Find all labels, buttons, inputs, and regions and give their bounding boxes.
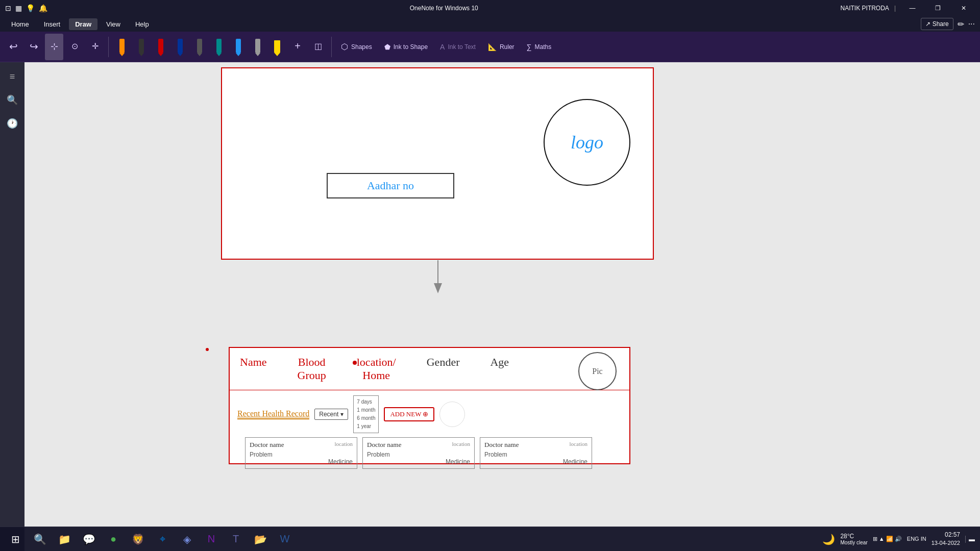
- doctor-3-name: Doctor name: [484, 441, 519, 449]
- tray-icons: ⊞ ▲ 📶 🔊: [873, 536, 902, 542]
- ink-to-text-button[interactable]: A Ink to Text: [435, 40, 481, 54]
- yellow-highlighter-button[interactable]: [268, 34, 286, 60]
- gray-pen-icon: [254, 38, 262, 56]
- share-icon: ↗: [925, 20, 930, 28]
- sync-icon[interactable]: ⊡: [5, 4, 11, 12]
- pic-label: Pic: [592, 367, 602, 376]
- add-pen-icon: +: [295, 40, 301, 52]
- minimize-button[interactable]: —: [901, 0, 924, 16]
- frame2: Name Blood Group location/ Home Gender A…: [229, 347, 630, 464]
- recent-section: Recent Health Record Recent ▾ 7 days 1 m…: [230, 390, 629, 474]
- time-display: 02:57: [932, 531, 960, 539]
- doctor-3-problem: Problem: [484, 451, 587, 458]
- redo-button[interactable]: ↪: [24, 34, 43, 60]
- datetime-display: 02:57 13-04-2022: [932, 531, 960, 547]
- blood-group-label2: Group: [298, 369, 326, 382]
- edge-icon[interactable]: ⌖: [152, 529, 173, 549]
- dropdown-value: Recent: [319, 411, 338, 418]
- darkgray-pen-button[interactable]: [190, 34, 209, 60]
- drawing-area: logo Aadhar no Name: [24, 62, 980, 551]
- dark-pen-button[interactable]: [132, 34, 151, 60]
- svg-rect-16: [274, 40, 280, 53]
- left-sidebar: ≡ 🔍 🕐: [0, 62, 24, 551]
- doctor-card-3: Doctor name location Problem Medicine: [480, 437, 592, 469]
- edit-icon[interactable]: ✏: [958, 19, 964, 29]
- red-pen-button[interactable]: [152, 34, 170, 60]
- ruler-label: Ruler: [500, 43, 514, 51]
- search-taskbar-icon[interactable]: 🔍: [30, 529, 50, 549]
- language-display: ENG IN: [907, 535, 926, 542]
- ink-to-text-label: Ink to Text: [448, 43, 475, 51]
- blue-pen-button[interactable]: [229, 34, 248, 60]
- add-new-button[interactable]: ADD NEW ⊕: [384, 407, 434, 421]
- shapes-label: Shapes: [351, 43, 372, 51]
- menu-home[interactable]: Home: [5, 18, 35, 30]
- lasso-button[interactable]: ⊙: [65, 34, 84, 60]
- gray-pen-button[interactable]: [249, 34, 267, 60]
- teal-pen-icon: [215, 38, 223, 56]
- doctor-1-name: Doctor name: [250, 441, 284, 449]
- maths-button[interactable]: ∑ Maths: [522, 40, 557, 54]
- dropdown-options-preview: 7 days 1 month 6 month 1 year: [353, 395, 379, 433]
- search-nav-icon[interactable]: 🔍: [3, 91, 21, 109]
- doctor-3-location: location: [570, 441, 587, 449]
- chat-taskbar-icon[interactable]: 💬: [79, 529, 99, 549]
- date-display: 13-04-2022: [932, 539, 960, 547]
- menu-insert[interactable]: Insert: [38, 18, 67, 30]
- notebook-icon[interactable]: ▦: [15, 4, 22, 12]
- more-icon[interactable]: ···: [968, 19, 975, 29]
- bulb-icon[interactable]: 💡: [26, 4, 35, 12]
- window-controls: — ❐ ✕: [901, 0, 975, 16]
- show-desktop-icon[interactable]: ▬: [965, 536, 975, 543]
- notebook-nav-icon[interactable]: ≡: [3, 67, 21, 86]
- move-button[interactable]: ✛: [86, 34, 104, 60]
- start-button[interactable]: ⊞: [5, 529, 26, 549]
- maximize-button[interactable]: ❐: [926, 0, 949, 16]
- orange-pen-button[interactable]: [113, 34, 131, 60]
- folder-icon2[interactable]: 📂: [250, 529, 271, 549]
- files-taskbar-icon[interactable]: 📁: [54, 529, 75, 549]
- undo-button[interactable]: ↩: [4, 34, 22, 60]
- ink-to-shape-button[interactable]: ⬟ Ink to Shape: [379, 40, 433, 54]
- onenote-taskbar-icon[interactable]: N: [201, 529, 222, 549]
- discord-icon[interactable]: ◈: [177, 529, 197, 549]
- main-canvas[interactable]: logo Aadhar no Name: [24, 62, 980, 551]
- menu-draw[interactable]: Draw: [69, 18, 97, 30]
- svg-marker-9: [197, 53, 202, 56]
- doctor-2-medicine: Medicine: [367, 458, 470, 465]
- doctor-2-name: Doctor name: [367, 441, 402, 449]
- word-icon[interactable]: W: [275, 529, 295, 549]
- frame1: logo Aadhar no: [221, 67, 654, 260]
- shapes-button[interactable]: ⬡ Shapes: [336, 39, 377, 55]
- svg-rect-4: [158, 39, 163, 53]
- svg-marker-17: [274, 53, 280, 56]
- svg-rect-14: [255, 39, 260, 53]
- recent-dropdown[interactable]: Recent ▾: [314, 409, 348, 420]
- doctor-card-1-header: Doctor name location: [250, 441, 353, 449]
- system-tray: ⊞ ▲ 📶 🔊: [873, 536, 902, 542]
- title-bar: ⊡ ▦ 💡 🔔 OneNote for Windows 10 NAITIK PI…: [0, 0, 980, 16]
- teal-pen-button[interactable]: [210, 34, 228, 60]
- dark-pen-icon: [137, 38, 145, 56]
- sep2: [331, 37, 332, 57]
- add-pen-button[interactable]: +: [288, 34, 307, 60]
- darkblue-pen-button[interactable]: [171, 34, 189, 60]
- menu-view[interactable]: View: [100, 18, 127, 30]
- teams-icon[interactable]: T: [226, 529, 246, 549]
- eraser-button[interactable]: ◫: [309, 34, 327, 60]
- recent-label: Recent Health Record: [237, 409, 309, 419]
- close-button[interactable]: ✕: [952, 0, 975, 16]
- option-1year: 1 year: [357, 422, 375, 431]
- menu-help[interactable]: Help: [129, 18, 155, 30]
- eraser-icon: ◫: [314, 41, 322, 51]
- bell-icon[interactable]: 🔔: [39, 4, 47, 12]
- doctor-1-medicine: Medicine: [250, 458, 353, 465]
- recent-nav-icon[interactable]: 🕐: [3, 114, 21, 133]
- select-button[interactable]: ⊹: [45, 34, 63, 60]
- undo-icon: ↩: [9, 40, 18, 53]
- ruler-button[interactable]: 📐 Ruler: [483, 40, 520, 54]
- brave-icon[interactable]: 🦁: [128, 529, 148, 549]
- maths-icon: ∑: [527, 43, 532, 51]
- share-button[interactable]: ↗ Share: [921, 18, 953, 30]
- chrome-icon[interactable]: ●: [103, 529, 124, 549]
